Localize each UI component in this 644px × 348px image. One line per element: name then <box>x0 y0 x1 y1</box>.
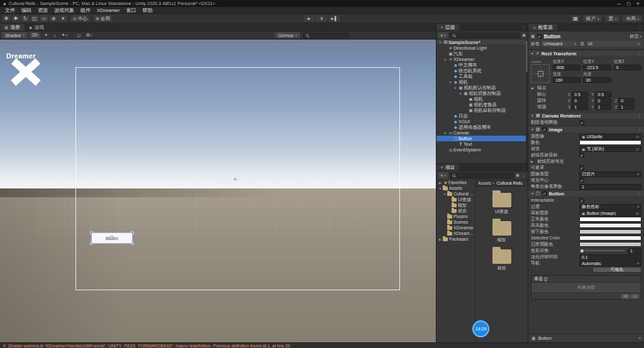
tree-item[interactable]: ◆状态机系统 <box>436 68 526 73</box>
panel-menu-icon[interactable]: ⋮ <box>521 164 526 171</box>
play-button[interactable]: ► <box>303 14 316 23</box>
foldout-arrow[interactable]: ▼ <box>453 86 458 90</box>
menu-item-3[interactable]: 游戏对象 <box>51 7 77 14</box>
project-folder[interactable]: UI资源 <box>475 193 528 215</box>
scene-viewport[interactable]: ✕ Dreamer Button <box>0 40 436 342</box>
breadcrumb-current[interactable]: Cultural Relic <box>497 181 523 185</box>
grid-visibility-dropdown[interactable]: ⊞▾ <box>84 32 94 38</box>
button-color-swatch[interactable] <box>579 242 641 247</box>
foldout-arrow[interactable]: ▶ <box>438 237 443 241</box>
foldout-arrow[interactable]: ▼ <box>438 40 443 44</box>
image-object-field[interactable]: ▣UISprite⊙ <box>579 134 641 139</box>
hidden-objects-icon[interactable]: ◻ <box>75 32 82 38</box>
2d-toggle[interactable]: 2D <box>30 32 40 38</box>
project-tree-item[interactable]: 模型 <box>436 202 475 208</box>
foldout-arrow[interactable]: ▼ <box>442 192 447 196</box>
foldout-arrow[interactable]: ▼ <box>531 128 534 131</box>
foldout-arrow[interactable]: ▶ <box>531 86 536 90</box>
button-visualize-button[interactable]: 可视化 <box>592 267 641 273</box>
component-menu-icon[interactable]: ⋮ <box>637 51 641 56</box>
menu-item-2[interactable]: 资源 <box>35 7 51 14</box>
project-search-input[interactable] <box>450 173 514 178</box>
rt-field[interactable]: 0 <box>614 65 641 70</box>
gizmos-dropdown[interactable]: Gizmos▾ <box>275 32 300 38</box>
foldout-arrow[interactable]: ▼ <box>458 92 463 95</box>
tool-rect-button[interactable]: ▭ <box>39 14 49 23</box>
create-asset-button[interactable]: +▾ <box>438 172 448 178</box>
status-bar[interactable]: ⚠ Shader warning in 'XDreamer/HandleUnli… <box>0 342 644 348</box>
tool-scale-button[interactable]: ◱ <box>30 14 40 23</box>
image-checkbox[interactable] <box>579 153 584 158</box>
gameobject-name[interactable]: Button <box>544 34 628 40</box>
tab-game[interactable]: ◉ 游戏 <box>25 24 48 31</box>
project-tree-item[interactable]: UI资源 <box>436 197 475 202</box>
tool-rotate-button[interactable]: ↻ <box>20 14 30 23</box>
project-tree-item[interactable]: ▶Packages <box>436 236 475 242</box>
scene-visibility-icon[interactable]: ◉ <box>522 33 526 38</box>
maximize-button[interactable]: ▢ <box>626 1 630 6</box>
tree-item[interactable]: ▣相机目标控制器 <box>436 107 526 113</box>
menu-item-1[interactable]: 编辑 <box>18 7 35 14</box>
button-color-swatch[interactable] <box>579 236 641 241</box>
canvas-renderer-header[interactable]: ▼ ▦ Canvas Renderer ⋮ <box>528 112 644 119</box>
scene-ui-button[interactable]: Button <box>91 232 133 244</box>
foldout-arrow[interactable]: ▼ <box>531 114 534 117</box>
component-menu-icon[interactable]: ⋮ <box>637 113 641 118</box>
selection-handle[interactable] <box>90 231 93 234</box>
lighting-toggle-icon[interactable]: ☀ <box>42 32 50 38</box>
pivot-handle[interactable] <box>109 236 114 240</box>
rect-transform-header[interactable]: ▼ ✛ Rect Transform ⋮ <box>528 50 644 57</box>
effects-dropdown-icon[interactable]: ✦▾ <box>60 32 69 38</box>
tool-move-button[interactable]: ✚ <box>11 14 21 23</box>
selection-handle[interactable] <box>90 242 93 245</box>
audio-toggle-icon[interactable]: ♪ <box>52 32 58 38</box>
image-checkbox[interactable] <box>579 165 584 170</box>
create-object-button[interactable]: +▾ <box>438 32 448 38</box>
menu-item-0[interactable]: 文件 <box>2 7 18 14</box>
button-input[interactable]: 0.1 <box>579 254 641 260</box>
tool-custom-button[interactable]: ✦ <box>58 14 68 23</box>
foldout-arrow[interactable]: ▼ <box>531 52 534 55</box>
panel-menu-icon[interactable]: ⋮ <box>521 24 526 31</box>
object-picker-icon[interactable]: ⊙ <box>636 134 639 139</box>
project-tree-item[interactable]: Plugins <box>436 214 475 219</box>
image-checkbox[interactable] <box>579 178 584 183</box>
hierarchy-search-input[interactable] <box>450 33 520 38</box>
button-header[interactable]: ▼ ▢ Button ⋮ <box>528 190 644 197</box>
tree-item[interactable]: ◆工具箱 <box>436 73 526 79</box>
close-button[interactable]: ✕ <box>636 1 640 6</box>
anchor-presets-button[interactable]: center <box>531 64 550 83</box>
tree-item[interactable]: ▼✕XDreamer <box>436 57 526 62</box>
menu-item-5[interactable]: XDreamer <box>94 8 123 13</box>
selection-handle[interactable] <box>131 242 134 245</box>
tag-dropdown[interactable]: Untagged ▾ <box>541 41 578 46</box>
menu-item-6[interactable]: 窗口 <box>123 7 139 14</box>
project-tree-item[interactable]: Scenes <box>436 219 475 225</box>
image-input[interactable]: 1 <box>579 184 641 190</box>
layout-dropdown[interactable]: 布局▾ <box>622 14 643 23</box>
rt-field[interactable]: 160 <box>553 77 580 83</box>
breadcrumb-assets[interactable]: Assets <box>478 181 491 185</box>
inspector-menu-icon[interactable]: ⋮ <box>638 24 642 31</box>
tree-item[interactable]: ◎EventSystem <box>436 147 526 153</box>
hierarchy-scrollbar[interactable] <box>526 40 528 163</box>
layer-dropdown[interactable]: UI ▾ <box>586 41 641 46</box>
component-enabled-checkbox[interactable] <box>542 191 547 196</box>
image-object-field[interactable]: ▣无 (材质)⊙ <box>579 146 641 152</box>
menu-item-7[interactable]: 帮助 <box>139 7 155 14</box>
component-menu-icon[interactable]: ⋮ <box>637 127 641 132</box>
preview-bar[interactable]: ▣ Button ≡ <box>528 334 644 342</box>
component-menu-icon[interactable]: ⋮ <box>637 191 641 196</box>
button-dropdown[interactable]: Automatic▾ <box>579 261 641 266</box>
minimize-button[interactable]: — <box>617 1 621 6</box>
image-dropdown[interactable]: 已切片▾ <box>579 171 641 177</box>
rt-axis-field[interactable]: 0 <box>595 98 611 104</box>
rt-field[interactable]: 30 <box>583 77 611 83</box>
tool-transform-button[interactable]: ⊕ <box>48 14 58 23</box>
rt-axis-field[interactable]: 1 <box>618 104 635 110</box>
rt-axis-field[interactable]: 0 <box>618 98 635 104</box>
image-color-swatch[interactable] <box>579 140 641 145</box>
static-toggle[interactable]: 静态 ▾ <box>630 33 641 40</box>
tab-scene[interactable]: ▦ 场景 <box>0 24 25 31</box>
rt-field[interactable]: -506 <box>553 65 580 70</box>
